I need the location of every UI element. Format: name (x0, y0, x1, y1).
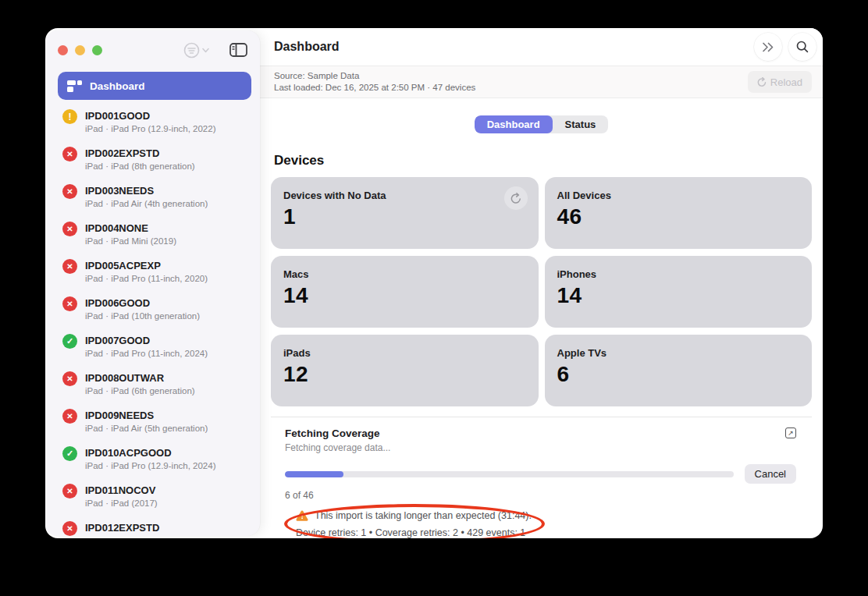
device-name: IPD008OUTWAR (85, 371, 195, 385)
search-icon (796, 41, 809, 53)
reload-label: Reload (770, 76, 802, 88)
zoom-window-button[interactable] (92, 45, 102, 55)
sidebar-toggle-button[interactable] (229, 43, 247, 57)
x-circle-icon (62, 409, 77, 424)
device-name: IPD009NEEDS (85, 409, 208, 422)
card-label: iPads (283, 347, 526, 359)
device-list-item[interactable]: IPD007GOOD iPad · iPad Pro (11-inch, 202… (45, 332, 260, 370)
device-list-item[interactable]: IPD012EXPSTD (45, 520, 260, 536)
card-label: Macs (283, 268, 526, 280)
device-name: IPD006GOOD (85, 296, 200, 310)
card-label: All Devices (557, 190, 800, 201)
device-model: iPad · iPad Mini (2019) (85, 236, 176, 247)
sidebar: Dashboard IPD001GOOD iPad · iPad Pro (12… (45, 30, 260, 536)
device-list-item[interactable]: IPD004NONE iPad · iPad Mini (2019) (45, 220, 260, 257)
card-iphones[interactable]: iPhones 14 (545, 256, 813, 328)
device-list-item[interactable]: IPD002EXPSTD iPad · iPad (8th generation… (45, 145, 260, 183)
device-name: IPD012EXPSTD (85, 521, 159, 534)
open-in-window-button[interactable]: ↗ (785, 427, 796, 438)
dashboard-content: Dashboard Status Devices Devices with No… (260, 98, 823, 538)
import-warning: This import is taking longer than expect… (296, 510, 532, 538)
card-value: 14 (557, 283, 800, 308)
last-loaded-label: Last loaded: Dec 16, 2025 at 2:50 PM · 4… (274, 82, 475, 94)
sidebar-item-label: Dashboard (90, 80, 145, 92)
refresh-icon (510, 193, 521, 204)
device-list-item[interactable]: IPD009NEEDS iPad · iPad Air (5th generat… (45, 407, 260, 445)
card-ipads[interactable]: iPads 12 (271, 335, 539, 406)
device-list-item[interactable]: IPD005ACPEXP iPad · iPad Pro (11-inch, 2… (45, 257, 260, 295)
x-circle-icon (62, 147, 77, 161)
warning-triangle-icon (296, 510, 308, 521)
card-label: iPhones (557, 268, 800, 280)
cancel-button[interactable]: Cancel (745, 464, 796, 484)
sidebar-item-dashboard[interactable]: Dashboard (58, 72, 251, 100)
dashboard-icon (67, 80, 82, 92)
x-circle-icon (62, 484, 77, 498)
expand-panel-button[interactable] (754, 33, 782, 61)
sidebar-toggle-icon (229, 43, 247, 57)
card-label: Apple TVs (557, 347, 800, 359)
device-list-item[interactable]: IPD010ACPGOOD iPad · iPad Pro (12.9-inch… (45, 445, 260, 482)
source-label: Source: Sample Data (274, 70, 475, 82)
device-name: IPD011NOCOV (85, 484, 158, 497)
source-infobar: Source: Sample Data Last loaded: Dec 16,… (260, 66, 823, 98)
app-window: Dashboard IPD001GOOD iPad · iPad Pro (12… (45, 28, 823, 538)
main-toolbar: Dashboard (260, 28, 823, 66)
close-window-button[interactable] (58, 45, 68, 55)
device-cards-grid: Devices with No Data 1 All Devices 46 (271, 177, 812, 406)
traffic-lights (58, 45, 102, 55)
device-list: IPD001GOOD iPad · iPad Pro (12.9-inch, 2… (45, 108, 260, 536)
card-value: 14 (283, 283, 526, 308)
device-model: iPad · iPad (6th generation) (85, 385, 195, 397)
device-model: iPad · iPad Pro (11-inch, 2024) (85, 348, 208, 360)
filter-menu-button[interactable] (183, 42, 209, 59)
filter-icon (183, 42, 200, 59)
device-name: IPD002EXPSTD (85, 147, 195, 160)
device-model: iPad · iPad Air (4th generation) (85, 198, 208, 210)
device-model: iPad · iPad Pro (11-inch, 2020) (85, 273, 208, 285)
coverage-progress-fill (285, 471, 343, 477)
x-circle-icon (62, 296, 77, 311)
coverage-subtitle: Fetching coverage data... (285, 442, 390, 453)
card-value: 12 (283, 362, 526, 387)
x-circle-icon (62, 184, 77, 199)
card-value: 46 (557, 204, 800, 229)
card-value: 1 (283, 204, 526, 229)
tab-dashboard[interactable]: Dashboard (475, 115, 553, 133)
device-model: iPad · iPad (10th generation) (85, 310, 200, 322)
double-chevron-right-icon (762, 42, 775, 52)
card-macs[interactable]: Macs 14 (271, 256, 539, 328)
arrow-up-right-icon: ↗ (788, 429, 794, 437)
progress-count-label: 6 of 46 (285, 490, 796, 501)
warning-text: This import is taking longer than expect… (315, 510, 532, 521)
device-model: iPad · iPad Air (5th generation) (85, 423, 208, 435)
device-list-item[interactable]: IPD003NEEDS iPad · iPad Air (4th generat… (45, 183, 260, 220)
retry-stats-text: Device retries: 1 • Coverage retries: 2 … (296, 527, 532, 538)
coverage-title: Fetching Coverage (285, 427, 390, 439)
device-list-item[interactable]: IPD008OUTWAR iPad · iPad (6th generation… (45, 370, 260, 407)
tab-status[interactable]: Status (553, 115, 609, 133)
device-list-item[interactable]: IPD001GOOD iPad · iPad Pro (12.9-inch, 2… (45, 108, 260, 145)
device-name: IPD005ACPEXP (85, 259, 208, 272)
card-apple-tvs[interactable]: Apple TVs 6 (545, 335, 813, 406)
refresh-card-button[interactable] (504, 186, 528, 210)
device-model: iPad · iPad (8th generation) (85, 161, 195, 172)
view-switcher: Dashboard Status (475, 115, 609, 133)
device-list-item[interactable]: IPD011NOCOV iPad · iPad (2017) (45, 482, 260, 520)
chevron-down-icon (202, 48, 209, 53)
card-all-devices[interactable]: All Devices 46 (545, 177, 813, 249)
card-devices-no-data[interactable]: Devices with No Data 1 (271, 177, 539, 249)
reload-button[interactable]: Reload (748, 71, 812, 93)
x-circle-icon (62, 521, 77, 536)
x-circle-icon (62, 371, 77, 386)
exclamation-circle-icon (62, 109, 77, 124)
check-circle-icon (62, 334, 77, 349)
search-button[interactable] (788, 33, 816, 61)
device-model: iPad · iPad (2017) (85, 498, 158, 509)
minimize-window-button[interactable] (75, 45, 85, 55)
devices-section-heading: Devices (274, 153, 809, 169)
device-list-item[interactable]: IPD006GOOD iPad · iPad (10th generation) (45, 295, 260, 332)
fetching-coverage-panel: Fetching Coverage Fetching coverage data… (271, 417, 812, 538)
main-content: Dashboard (260, 28, 823, 538)
card-value: 6 (557, 362, 800, 387)
